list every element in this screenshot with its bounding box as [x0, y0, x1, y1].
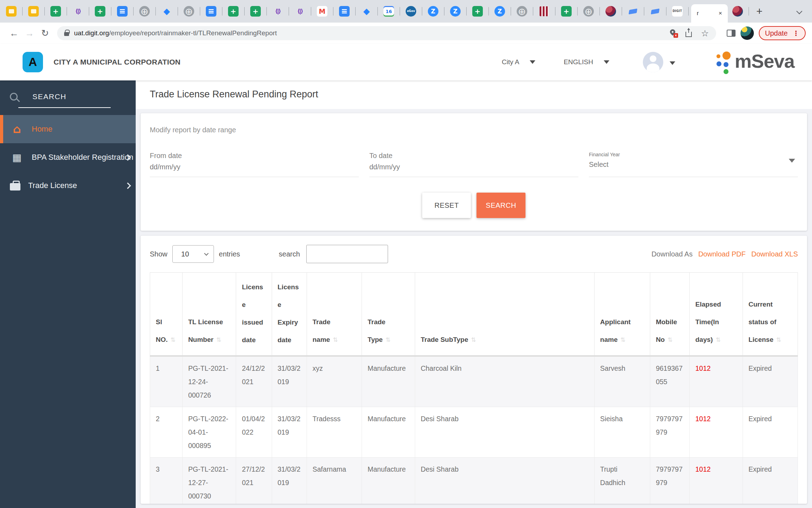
tab-code[interactable]	[69, 0, 87, 23]
tab-globe[interactable]	[135, 0, 154, 23]
tab-divider	[377, 7, 378, 16]
tab-egov[interactable]	[402, 0, 420, 23]
tab-globe[interactable]	[579, 0, 598, 23]
download-links: Download As Download PDF Download XLS	[651, 250, 798, 258]
share-icon[interactable]	[685, 32, 692, 37]
tab-jira[interactable]	[158, 0, 176, 23]
tab-docs[interactable]	[335, 0, 353, 23]
sort-icon[interactable]: ⇅	[386, 337, 390, 343]
table-row: 1PG-TL-2021-12-24-00072624/12/202131/03/…	[150, 356, 798, 407]
tab-globe[interactable]	[513, 0, 531, 23]
sort-icon[interactable]: ⇅	[620, 337, 625, 343]
column-header[interactable]: Trade Type⇅	[362, 273, 415, 356]
sort-icon[interactable]: ⇅	[716, 337, 721, 343]
forward-button[interactable]: →	[22, 28, 37, 39]
table-cell: Charcoal Kiln	[415, 356, 594, 407]
tab-globe[interactable]	[180, 0, 198, 23]
sidebar-item-trade-license[interactable]: Trade License	[0, 171, 136, 200]
sort-icon[interactable]: ⇅	[216, 337, 221, 343]
tab-slides[interactable]	[2, 0, 20, 23]
financial-year-field[interactable]: Financial YearSelect	[589, 152, 798, 177]
tab-sheets[interactable]	[468, 0, 487, 23]
tab-sheets[interactable]	[224, 0, 242, 23]
tab-docs[interactable]	[202, 0, 220, 23]
table-search-input[interactable]	[306, 245, 388, 263]
reset-button[interactable]: RESET	[422, 193, 471, 218]
tab-sheets[interactable]	[246, 0, 265, 23]
jira-favicon-icon	[161, 6, 172, 17]
tab-sphere[interactable]	[602, 0, 620, 23]
globe-favicon-icon	[184, 6, 194, 17]
column-header[interactable]: Trade SubType⇅	[415, 273, 594, 356]
column-header[interactable]: TL License Number⇅	[182, 273, 236, 356]
url-text[interactable]: uat.digit.org/employee/report/rainmaker-…	[74, 29, 277, 37]
calendar-favicon-icon	[383, 6, 394, 17]
column-header[interactable]: Trade name⇅	[307, 273, 362, 356]
new-tab-button[interactable]: +	[756, 6, 763, 17]
sidebar-search[interactable]: SEARCH	[0, 80, 136, 101]
tab-book[interactable]	[646, 0, 664, 23]
tab-slides[interactable]	[24, 0, 43, 23]
tab-calendar[interactable]	[380, 0, 398, 23]
sidebar-item-bpa-stakeholder-registration[interactable]: BPA Stakeholder Registration	[0, 143, 136, 171]
download-as-label: Download As	[651, 250, 693, 258]
tab-digit[interactable]	[668, 0, 687, 23]
sort-icon[interactable]: ⇅	[333, 337, 338, 343]
bookmark-star-icon[interactable]: ☆	[701, 29, 709, 38]
sidebar-item-label: Home	[32, 125, 53, 134]
column-header[interactable]: Current status of License⇅	[743, 273, 798, 356]
column-header[interactable]: License issued date	[236, 273, 272, 356]
city-logo: A	[23, 52, 43, 72]
browser-profile-avatar[interactable]	[740, 26, 754, 40]
tab-code[interactable]	[291, 0, 309, 23]
search-button[interactable]: SEARCH	[476, 193, 525, 218]
tab-docs[interactable]	[113, 0, 131, 23]
slides-favicon-icon	[6, 6, 17, 17]
tab-jira[interactable]	[357, 0, 376, 23]
tab-zoom[interactable]	[446, 0, 465, 23]
back-button[interactable]: ←	[6, 28, 22, 39]
location-blocked-icon[interactable]	[669, 29, 676, 37]
chrome-update-button[interactable]: Update	[759, 26, 806, 40]
tab-sheets[interactable]	[91, 0, 109, 23]
sidebar-item-home[interactable]: Home	[0, 115, 136, 143]
download-xls-link[interactable]: Download XLS	[751, 250, 798, 258]
chevron-down-icon[interactable]	[670, 61, 675, 65]
tab-sheets[interactable]	[557, 0, 576, 23]
digit-favicon-icon	[672, 6, 683, 17]
tab-book[interactable]	[624, 0, 642, 23]
column-header[interactable]: Mobile No⇅	[650, 273, 689, 356]
download-pdf-link[interactable]: Download PDF	[698, 250, 746, 258]
tab-sheets[interactable]	[47, 0, 65, 23]
side-panel-icon[interactable]	[727, 30, 736, 37]
tab-divider	[466, 7, 467, 16]
to-date-field[interactable]: To datedd/mm/yy	[369, 152, 578, 177]
active-tab[interactable]: r ×	[691, 4, 728, 23]
tab-stripes[interactable]	[535, 0, 553, 23]
browser-window: r × + ← → ↻ uat.digit.org/employee/repor…	[0, 0, 812, 508]
reload-button[interactable]: ↻	[37, 28, 53, 39]
tab-close-icon[interactable]: ×	[719, 10, 722, 17]
user-avatar[interactable]	[643, 52, 663, 72]
tab-divider	[289, 7, 289, 16]
page-size-select[interactable]: 10	[172, 245, 214, 263]
sort-icon[interactable]: ⇅	[668, 337, 672, 343]
sort-icon[interactable]: ⇅	[776, 337, 781, 343]
tab-overflow-chevron-icon[interactable]	[796, 8, 802, 14]
language-selector[interactable]: ENGLISH	[564, 58, 609, 66]
tab-gmail[interactable]	[313, 0, 331, 23]
sort-icon[interactable]: ⇅	[471, 337, 476, 343]
tab-sphere[interactable]	[728, 0, 747, 23]
from-date-field[interactable]: From datedd/mm/yy	[150, 152, 359, 177]
column-header[interactable]: Sl NO.⇅	[150, 273, 183, 356]
city-selector[interactable]: City A	[502, 58, 536, 66]
browser-menu-icon[interactable]	[793, 29, 799, 37]
column-header[interactable]: Applicant name⇅	[594, 273, 650, 356]
column-header[interactable]: Elapsed Time(In days)⇅	[690, 273, 743, 356]
tab-zoom[interactable]	[424, 0, 442, 23]
tab-zoom[interactable]	[491, 0, 509, 23]
address-bar[interactable]: uat.digit.org/employee/report/rainmaker-…	[57, 26, 716, 40]
sort-icon[interactable]: ⇅	[171, 337, 176, 343]
column-header[interactable]: License Expiry date	[272, 273, 307, 356]
tab-code[interactable]	[269, 0, 287, 23]
